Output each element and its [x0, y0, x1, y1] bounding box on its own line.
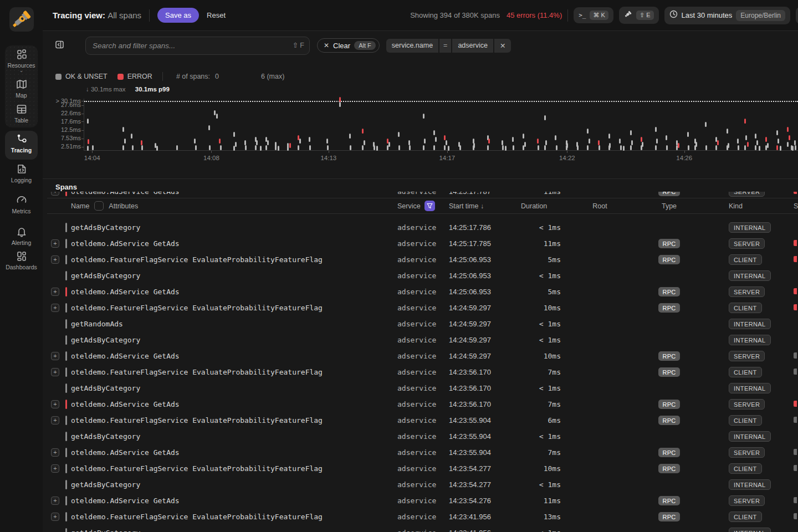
sidebar-item-table[interactable]: Table: [0, 103, 43, 124]
span-point[interactable]: [124, 139, 126, 144]
span-point[interactable]: [398, 132, 400, 137]
span-point[interactable]: [688, 145, 689, 150]
span-point[interactable]: [577, 145, 579, 150]
sidebar-item-tracing[interactable]: Tracing: [0, 133, 43, 154]
span-point[interactable]: [408, 140, 410, 145]
span-point[interactable]: [598, 145, 600, 150]
span-point[interactable]: [287, 146, 289, 151]
span-point[interactable]: [309, 137, 310, 142]
span-point[interactable]: [728, 143, 729, 148]
table-row[interactable]: +oteldemo.AdService GetAdsadservice14:25…: [47, 192, 798, 198]
span-point[interactable]: [233, 146, 235, 151]
table-row[interactable]: +oteldemo.FeatureFlagService EvaluatePro…: [47, 252, 798, 268]
span-point[interactable]: [505, 146, 507, 151]
expand-button[interactable]: +: [51, 352, 59, 360]
table-row[interactable]: +oteldemo.FeatureFlagService EvaluatePro…: [47, 461, 798, 477]
table-row[interactable]: +oteldemo.AdService GetAdsadservice14:23…: [47, 396, 798, 412]
span-point[interactable]: [544, 145, 546, 150]
span-point-error[interactable]: [717, 140, 719, 145]
table-row[interactable]: +getAdsByCategoryadservice14:24:59.297< …: [47, 332, 798, 348]
span-point[interactable]: [299, 139, 301, 144]
span-point[interactable]: [555, 135, 556, 140]
table-row[interactable]: +getAdsByCategoryadservice14:23:41.956< …: [47, 525, 798, 532]
span-point-error[interactable]: [598, 140, 600, 145]
span-point[interactable]: [666, 145, 668, 150]
span-point[interactable]: [641, 145, 642, 150]
span-point-error[interactable]: [339, 97, 341, 102]
span-point[interactable]: [631, 140, 633, 145]
span-point-error[interactable]: [362, 129, 364, 134]
sidebar-item-metrics[interactable]: Metrics: [0, 194, 43, 214]
filter-key[interactable]: service.name: [386, 39, 438, 53]
span-point[interactable]: [630, 130, 632, 135]
span-point[interactable]: [587, 145, 589, 150]
clipped-edge-button[interactable]: [796, 7, 798, 24]
table-row[interactable]: +oteldemo.AdService GetAdsadservice14:25…: [47, 236, 798, 252]
sidebar-item-logging[interactable]: Logging: [0, 163, 43, 183]
sort-desc-icon[interactable]: ↓: [480, 202, 484, 210]
span-point[interactable]: [587, 129, 589, 134]
expand-button[interactable]: +: [51, 416, 59, 424]
table-row[interactable]: +oteldemo.AdService GetAdsadservice14:25…: [47, 284, 798, 300]
expand-button[interactable]: +: [51, 192, 59, 196]
table-row[interactable]: +getAdsByCategoryadservice14:25:17.786< …: [47, 219, 798, 236]
span-point[interactable]: [326, 139, 328, 144]
expand-button[interactable]: +: [51, 239, 59, 248]
span-point[interactable]: [524, 142, 526, 147]
service-filter-icon[interactable]: [424, 201, 435, 211]
span-point[interactable]: [745, 135, 747, 140]
span-point[interactable]: [327, 145, 329, 150]
span-point[interactable]: [122, 127, 124, 132]
table-row[interactable]: +oteldemo.AdService GetAdsadservice14:24…: [47, 348, 798, 364]
span-point[interactable]: [705, 145, 707, 150]
span-point[interactable]: [619, 139, 621, 144]
duration-scatter-chart[interactable]: ↓ 30.1ms max 30.1ms p99 14:0414:0814:131…: [47, 86, 798, 166]
panel-collapse-icon[interactable]: [55, 40, 64, 52]
col-status[interactable]: Status: [784, 202, 798, 210]
span-point[interactable]: [566, 145, 567, 150]
span-point[interactable]: [512, 137, 514, 142]
span-point[interactable]: [792, 146, 794, 151]
span-point-error[interactable]: [765, 137, 767, 142]
span-point[interactable]: [523, 145, 524, 150]
chevron-down-icon[interactable]: ⌄: [0, 69, 43, 72]
span-point[interactable]: [423, 145, 424, 150]
app-logo-telescope[interactable]: [9, 7, 34, 32]
span-point-error[interactable]: [641, 137, 642, 142]
col-start-time[interactable]: Start time: [449, 202, 479, 210]
span-point[interactable]: [122, 145, 124, 150]
table-row[interactable]: +getAdsByCategoryadservice14:23:54.277< …: [47, 477, 798, 493]
expand-button[interactable]: +: [51, 497, 59, 505]
span-point[interactable]: [349, 134, 351, 139]
span-point[interactable]: [141, 145, 143, 150]
span-point[interactable]: [780, 146, 781, 151]
span-point[interactable]: [362, 145, 364, 150]
span-point[interactable]: [448, 146, 449, 151]
span-point[interactable]: [656, 139, 658, 144]
col-type[interactable]: Type: [635, 202, 704, 210]
command-palette-button[interactable]: >_ ⌘ K: [574, 7, 613, 23]
table-row[interactable]: +oteldemo.AdService GetAdsadservice14:23…: [47, 493, 798, 509]
span-point[interactable]: [424, 139, 426, 144]
span-point[interactable]: [655, 127, 657, 132]
span-point[interactable]: [388, 142, 390, 147]
sidebar-item-map[interactable]: Map: [0, 78, 43, 99]
span-point-error[interactable]: [776, 145, 778, 150]
span-point[interactable]: [755, 145, 756, 150]
span-point-error[interactable]: [88, 139, 89, 144]
span-point[interactable]: [409, 145, 411, 150]
span-point[interactable]: [523, 134, 524, 139]
span-point[interactable]: [156, 146, 158, 151]
span-point[interactable]: [502, 140, 503, 145]
span-point[interactable]: [216, 114, 218, 119]
span-point-error[interactable]: [789, 135, 790, 140]
expand-button[interactable]: +: [51, 288, 59, 296]
span-point[interactable]: [92, 145, 94, 150]
save-as-button[interactable]: Save as: [157, 8, 199, 23]
explore-button[interactable]: ⇧ E: [619, 7, 659, 24]
span-point[interactable]: [589, 139, 590, 144]
span-point[interactable]: [195, 145, 197, 150]
span-point[interactable]: [444, 145, 446, 150]
table-row[interactable]: +oteldemo.FeatureFlagService EvaluatePro…: [47, 364, 798, 380]
span-point-error[interactable]: [219, 139, 221, 144]
